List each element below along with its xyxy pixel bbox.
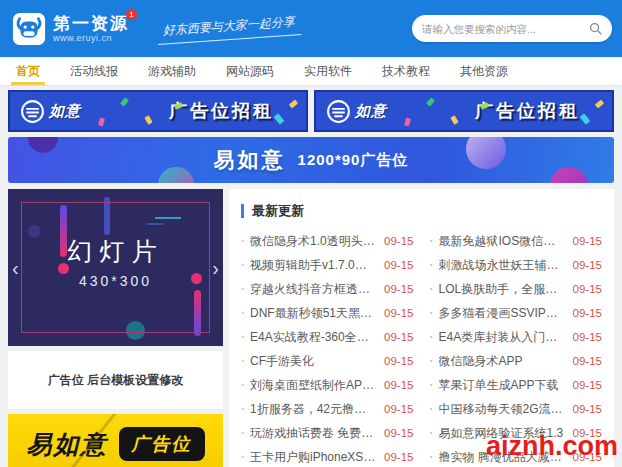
watermark: aiznh.com	[486, 431, 618, 462]
confetti	[404, 117, 411, 126]
bull-logo-icon	[12, 12, 46, 46]
main-content: 幻灯片 430*300 ‹ › 广告位 后台模板设置修改 易如意 广告位 最新更…	[8, 189, 614, 467]
article-date: 09-15	[384, 235, 413, 247]
article-link[interactable]: 最新免越狱IOS微信新钻石VIP 超强防封版	[439, 233, 566, 250]
nav-item[interactable]: 网站源码	[226, 57, 274, 85]
notification-badge: 1	[126, 9, 137, 20]
article-date: 09-15	[573, 403, 602, 415]
list-item[interactable]: E4A实战教程-360全网影视搜索二 09-15	[241, 325, 414, 349]
list-item[interactable]: 玩游戏抽话费卷 免费领取话费流量 09-15	[241, 421, 414, 445]
article-link[interactable]: CF手游美化	[250, 353, 377, 370]
ad-banner-left[interactable]: 如意 广告位招租	[8, 90, 308, 132]
slide-size-label: 430*300	[8, 273, 223, 289]
article-link[interactable]: LOL换肤助手，全服通用，老外出品	[439, 281, 566, 298]
yellow-ad-tag: 广告位	[119, 427, 205, 461]
nav-item[interactable]: 技术教程	[382, 57, 430, 85]
article-date: 09-15	[573, 379, 602, 391]
list-item[interactable]: LOL换肤助手，全服通用，老外出品 09-15	[430, 277, 603, 301]
ad-banner-row: 如意 广告位招租 如意 广告位招租	[8, 90, 614, 132]
confetti	[595, 100, 604, 109]
article-link[interactable]: 视频剪辑助手v1.7.0破解版	[250, 257, 377, 274]
list-item[interactable]: 多多猫看漫画SSVIP破解版 09-15	[430, 301, 603, 325]
list-item[interactable]: 最新免越狱IOS微信新钻石VIP 超强防封版 09-15	[430, 229, 603, 253]
article-date: 09-15	[573, 331, 602, 343]
updates-column-left: 微信隐身术1.0透明头像透空白名字 09-15 视频剪辑助手v1.7.0破解版 …	[241, 229, 414, 467]
ruyi-brand: 如意	[355, 102, 387, 121]
article-link[interactable]: 王卡用户购iPhoneXS领1年QQ豪绿+腾讯	[250, 449, 377, 466]
list-item[interactable]: 中国移动每天领2G流量教程 09-15	[430, 397, 603, 421]
search-input[interactable]	[422, 23, 589, 35]
nav-item[interactable]: 活动线报	[70, 57, 118, 85]
article-date: 09-15	[384, 259, 413, 271]
left-column: 幻灯片 430*300 ‹ › 广告位 后台模板设置修改 易如意 广告位	[8, 189, 223, 467]
list-item[interactable]: 微信隐身术1.0透明头像透空白名字 09-15	[241, 229, 414, 253]
article-date: 09-15	[384, 451, 413, 463]
slide-prev-arrow[interactable]: ‹	[12, 258, 19, 278]
ad-rent-text: 广告位招租	[169, 99, 274, 123]
site-url: www.eruyi.cn	[53, 33, 129, 43]
article-date: 09-15	[384, 283, 413, 295]
article-date: 09-15	[573, 283, 602, 295]
article-link[interactable]: 刘海桌面壁纸制作APP下载	[250, 377, 377, 394]
list-item[interactable]: 刘海桌面壁纸制作APP下载 09-15	[241, 373, 414, 397]
deco-blob	[28, 137, 58, 153]
search-box[interactable]	[412, 15, 612, 42]
article-link[interactable]: 苹果订单生成APP下载	[439, 377, 566, 394]
site-logo[interactable]: 第一资源 www.eruyi.cn 1	[12, 12, 129, 46]
article-date: 09-15	[573, 235, 602, 247]
article-link[interactable]: 穿越火线抖音方框透视破解版V2.5	[250, 281, 377, 298]
list-item[interactable]: CF手游美化 09-15	[241, 349, 414, 373]
slide-next-arrow[interactable]: ›	[212, 258, 219, 278]
article-link[interactable]: 微信隐身术1.0透明头像透空白名字	[250, 233, 377, 250]
article-link[interactable]: E4A类库封装从入门到放弃	[439, 329, 566, 346]
article-link[interactable]: E4A实战教程-360全网影视搜索二	[250, 329, 377, 346]
wide-ad-size: 1200*90广告位	[298, 151, 409, 170]
article-date: 09-15	[384, 307, 413, 319]
article-link[interactable]: 刺激战场永世妖王辅助最新破解版	[439, 257, 566, 274]
article-link[interactable]: 1折服务器，42元撸半年	[250, 401, 377, 418]
deco-blob	[158, 167, 194, 183]
list-item[interactable]: 视频剪辑助手v1.7.0破解版 09-15	[241, 253, 414, 277]
latest-updates-title: 最新更新	[241, 204, 602, 218]
list-item[interactable]: 苹果订单生成APP下载 09-15	[430, 373, 603, 397]
deco-blob	[550, 167, 588, 183]
list-item[interactable]: 1折服务器，42元撸半年 09-15	[241, 397, 414, 421]
confetti	[579, 113, 590, 125]
nav-item[interactable]: 首页	[16, 57, 40, 85]
ad-banner-right[interactable]: 如意 广告位招租	[314, 90, 614, 132]
article-date: 09-15	[384, 379, 413, 391]
logo-text: 第一资源 www.eruyi.cn 1	[53, 15, 129, 43]
article-date: 09-15	[573, 307, 602, 319]
article-link[interactable]: 微信隐身术APP	[439, 353, 566, 370]
article-date: 09-15	[573, 259, 602, 271]
article-date: 09-15	[384, 427, 413, 439]
article-link[interactable]: 中国移动每天领2G流量教程	[439, 401, 566, 418]
nav-item[interactable]: 游戏辅助	[148, 57, 196, 85]
list-item[interactable]: E4A类库封装从入门到放弃 09-15	[430, 325, 603, 349]
nav-item[interactable]: 实用软件	[304, 57, 352, 85]
article-link[interactable]: 多多猫看漫画SSVIP破解版	[439, 305, 566, 322]
ruyi-logo-icon	[326, 99, 351, 124]
latest-updates-card: 最新更新 微信隐身术1.0透明头像透空白名字 09-15 视频剪辑助手v1.7.…	[229, 189, 614, 467]
list-item[interactable]: 王卡用户购iPhoneXS领1年QQ豪绿+腾讯 09-15	[241, 445, 414, 467]
list-item[interactable]: 刺激战场永世妖王辅助最新破解版 09-15	[430, 253, 603, 277]
yellow-ad-banner[interactable]: 易如意 广告位	[8, 414, 223, 467]
nav-item[interactable]: 其他资源	[460, 57, 508, 85]
article-link[interactable]: DNF最新秒领51天黑钻活动	[250, 305, 377, 322]
article-date: 09-15	[384, 331, 413, 343]
article-date: 09-15	[384, 355, 413, 367]
ad-rent-text: 广告位招租	[475, 99, 580, 123]
confetti	[98, 117, 105, 126]
confetti	[273, 113, 284, 125]
list-item[interactable]: DNF最新秒领51天黑钻活动 09-15	[241, 301, 414, 325]
site-header: 第一资源 www.eruyi.cn 1 好东西要与大家一起分享	[0, 0, 622, 57]
yellow-ad-brand: 易如意	[27, 428, 108, 461]
main-nav: 首页 活动线报 游戏辅助 网站源码 实用软件 技术教程 其他资源	[0, 57, 622, 86]
ad-notice-card: 广告位 后台模板设置修改	[8, 351, 223, 409]
slideshow[interactable]: 幻灯片 430*300 ‹ ›	[8, 189, 223, 346]
list-item[interactable]: 微信隐身术APP 09-15	[430, 349, 603, 373]
article-link[interactable]: 玩游戏抽话费卷 免费领取话费流量	[250, 425, 377, 442]
list-item[interactable]: 穿越火线抖音方框透视破解版V2.5 09-15	[241, 277, 414, 301]
ad-banner-wide[interactable]: 易如意 1200*90广告位	[8, 137, 614, 183]
search-icon[interactable]	[589, 22, 602, 35]
